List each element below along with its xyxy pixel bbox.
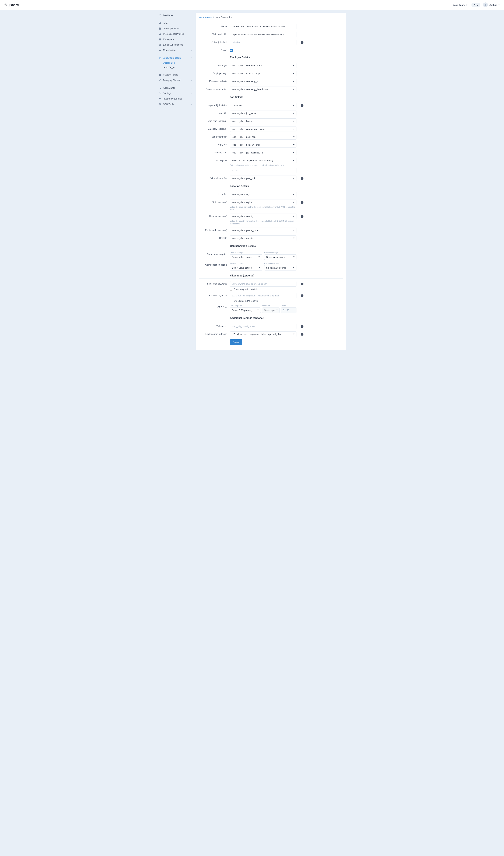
active-checkbox[interactable] (230, 49, 233, 52)
info-icon[interactable]: i (301, 294, 303, 297)
sidebar-item-dashboard[interactable]: Dashboard (158, 13, 193, 18)
block-indexing-select[interactable]: NO, allow search engines to index import… (230, 331, 296, 337)
building-icon (159, 38, 161, 41)
sidebar-item-jobs[interactable]: Jobs (158, 20, 193, 26)
employer-select[interactable]: jobs → job → company_name (230, 63, 296, 68)
notifications-button[interactable]: 0 (471, 3, 480, 7)
cpc-value-input (281, 307, 296, 313)
job-expires-days-input[interactable] (230, 168, 296, 173)
chevron-down-icon: ⌵ (191, 98, 192, 100)
job-description-select[interactable]: jobs → job → post_html (230, 134, 296, 140)
sidebar-item-aggregators[interactable]: Aggregators (163, 61, 193, 65)
notif-count: 0 (477, 4, 478, 6)
breadcrumb: Aggregators / New Aggregator (199, 16, 343, 18)
dashboard-icon (159, 14, 161, 17)
cpc-operator-select: Select operator (262, 307, 280, 313)
info-icon[interactable]: i (301, 215, 303, 218)
envelope-icon (159, 44, 161, 46)
cpc-property-select[interactable]: Select CPC property (230, 307, 261, 313)
sidebar-item-auto-tagger[interactable]: Auto Tagger (163, 65, 193, 70)
create-button[interactable]: Create (230, 339, 242, 345)
pencil-icon (159, 79, 161, 82)
state-select[interactable]: jobs → job → region (230, 200, 296, 205)
name-label: Name (199, 24, 227, 28)
country-select[interactable]: jobs → job → country (230, 213, 296, 219)
sidebar-item-jobs-aggregation[interactable]: Jobs Aggregation⌃ (158, 55, 193, 61)
sidebar-item-settings[interactable]: Settings⌵ (158, 90, 193, 96)
sidebar-item-taxonomy-fields[interactable]: Taxonomy & Fields⌵ (158, 96, 193, 101)
check-title-only-1[interactable]: Check only in the job title (230, 288, 296, 290)
sidebar-item-monetization[interactable]: Monetization⌵ (158, 48, 193, 53)
chevron-down-icon: ⌵ (191, 79, 192, 81)
info-icon[interactable]: i (301, 325, 303, 328)
external-id-select[interactable]: jobs → job → post_uuid (230, 175, 296, 181)
price-min-select[interactable]: Select value source (230, 254, 262, 260)
sidebar-item-professional-profiles[interactable]: Professional Profiles (158, 31, 193, 37)
user-icon (159, 33, 161, 35)
remote-select[interactable]: jobs → job → remote (230, 236, 296, 241)
chevron-down-icon: ⌵ (191, 49, 192, 51)
info-icon[interactable]: i (301, 104, 303, 107)
tag-icon (159, 98, 161, 100)
info-icon[interactable]: i (301, 41, 303, 44)
svg-rect-7 (159, 74, 161, 76)
sidebar-item-appearance[interactable]: Appearance⌵ (158, 85, 193, 90)
info-icon[interactable]: i (301, 283, 303, 286)
sidebar: Dashboard Jobs Job Applications Professi… (158, 13, 193, 350)
info-icon[interactable]: i (301, 201, 303, 204)
svg-point-9 (159, 103, 161, 105)
price-max-select[interactable]: Select value source (264, 254, 296, 260)
search-icon (159, 103, 161, 105)
payment-currency-select[interactable]: Select value source (230, 265, 262, 271)
caret-down-icon: ▼ (498, 4, 500, 6)
info-icon[interactable]: i (301, 177, 303, 180)
your-board-link[interactable]: Your Board (453, 4, 469, 6)
name-input[interactable] (230, 24, 296, 29)
job-expires-select[interactable]: Enter the "Job Expires in Days" manually (230, 158, 296, 163)
brush-icon (159, 87, 161, 89)
logo-icon (4, 3, 8, 7)
topbar: jBoard Your Board 0 Author ▼ (0, 0, 504, 10)
xml-feed-input[interactable] (230, 32, 296, 37)
imported-status-select[interactable]: Confirmed (230, 103, 296, 108)
svg-point-8 (160, 93, 161, 94)
job-type-select[interactable]: jobs → job → hours (230, 118, 296, 124)
apply-link-select[interactable]: jobs → job → post_url_https (230, 142, 296, 148)
svg-point-0 (485, 4, 486, 5)
file-icon (159, 27, 161, 30)
sidebar-item-seo-tools[interactable]: SEO Tools⌵ (158, 101, 193, 107)
user-menu[interactable]: Author ▼ (483, 2, 500, 7)
bell-icon (473, 4, 476, 6)
postal-code-select[interactable]: jobs → job → postal_code (230, 227, 296, 233)
user-name: Author (489, 4, 497, 6)
sidebar-item-blogging-platform[interactable]: Blogging Platform⌵ (158, 78, 193, 83)
payment-interval-select[interactable]: Select value source (264, 265, 296, 271)
active-jobs-limit-input[interactable] (230, 39, 296, 45)
breadcrumb-current: New Aggregator (216, 16, 232, 18)
exclude-keywords-input[interactable] (230, 293, 296, 298)
sidebar-item-job-applications[interactable]: Job Applications (158, 26, 193, 31)
logo[interactable]: jBoard (4, 3, 19, 7)
breadcrumb-aggregators[interactable]: Aggregators (199, 16, 212, 18)
sidebar-item-email-subscriptions[interactable]: Email Subscriptions (158, 42, 193, 48)
posting-date-select[interactable]: jobs → job → job_published_at (230, 150, 296, 155)
avatar (483, 2, 488, 7)
sidebar-item-employers[interactable]: Employers (158, 37, 193, 42)
info-icon[interactable]: i (301, 333, 303, 336)
employer-logo-select[interactable]: jobs → job → logo_url_https (230, 71, 296, 76)
sidebar-item-custom-pages[interactable]: Custom Pages (158, 72, 193, 78)
employer-details-header: Employer Details (199, 53, 343, 60)
gear-icon (159, 92, 161, 95)
utm-source-input[interactable] (230, 324, 296, 329)
employer-description-select[interactable]: jobs → job → company_description (230, 87, 296, 92)
filter-keywords-input[interactable] (230, 281, 296, 287)
employer-website-select[interactable]: jobs → job → company_url (230, 79, 296, 84)
svg-rect-6 (159, 50, 161, 51)
svg-rect-4 (159, 38, 161, 40)
location-select[interactable]: jobs → job → city (230, 192, 296, 197)
category-select[interactable]: jobs → job → categories → item (230, 126, 296, 132)
svg-point-3 (160, 33, 161, 34)
check-title-only-2[interactable]: Check only in the job title (230, 300, 296, 302)
job-title-select[interactable]: jobs → job → job_name (230, 110, 296, 116)
chevron-up-icon: ⌃ (191, 57, 192, 59)
